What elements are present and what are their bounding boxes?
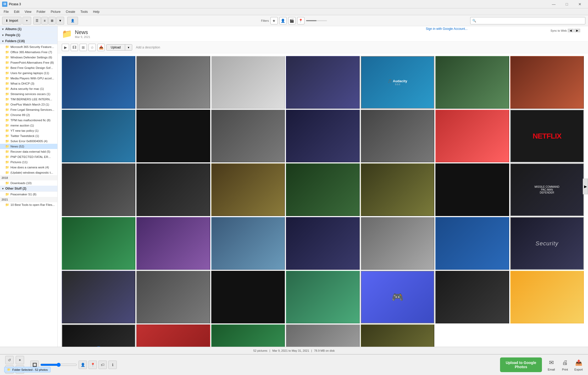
export-action[interactable]: 📤 Export	[574, 359, 583, 371]
menu-item-file[interactable]: File	[1, 9, 11, 14]
menu-item-tools[interactable]: Tools	[78, 9, 90, 14]
photo-thumb[interactable]	[211, 110, 285, 162]
photo-thumb[interactable]	[211, 163, 285, 216]
photo-thumb[interactable]	[286, 217, 359, 270]
photo-thumb[interactable]	[211, 324, 285, 347]
menu-item-folder[interactable]: Folder	[34, 9, 48, 14]
photo-thumb[interactable]	[286, 56, 359, 109]
photo-thumb[interactable]	[136, 324, 210, 347]
view-list-button[interactable]: ☰	[33, 17, 41, 25]
share-button[interactable]: 📤	[97, 44, 105, 51]
menu-item-picture[interactable]: Picture	[48, 9, 63, 14]
sidebar-folder-item[interactable]: 📁 TIM BERNERS LEE INTERN...	[0, 97, 57, 102]
photo-thumb[interactable]: 🎵 Audacity3.0.0	[361, 56, 434, 109]
browse-button[interactable]: 🎞	[71, 44, 78, 51]
photo-thumb[interactable]	[136, 217, 210, 270]
play-slideshow-button[interactable]: ▶	[62, 44, 69, 51]
photo-thumb[interactable]	[62, 163, 135, 216]
sidebar-folder-item[interactable]: 📁 OnePlus Watch March 23 (1)	[0, 102, 57, 107]
grid-view-button[interactable]: ⊞	[80, 44, 87, 51]
photo-thumb[interactable]	[136, 271, 210, 323]
sidebar-folder-item[interactable]: 📁 Avira security for mac (1)	[0, 86, 57, 91]
enhance-icon[interactable]: ✦	[16, 356, 24, 364]
zoom-slider[interactable]	[40, 363, 77, 367]
rotate-icon[interactable]: ↺	[5, 356, 14, 364]
add-description[interactable]: Add a description	[134, 45, 162, 50]
photo-thumb[interactable]	[435, 110, 509, 162]
photo-thumb[interactable]	[286, 271, 359, 323]
sidebar-folder-item[interactable]: 📁 Uses for gaming laptops (11)	[0, 70, 57, 76]
sidebar-albums-header[interactable]: ▼ Albums (1)	[0, 26, 57, 32]
photo-thumb[interactable]	[361, 163, 434, 216]
minimize-button[interactable]: —	[548, 1, 560, 7]
sync-back-button[interactable]: ◀	[568, 29, 574, 32]
sidebar-folder-item[interactable]: 📁 Media Players With GPU accel...	[0, 76, 57, 81]
right-scroll-arrow[interactable]: ▶	[583, 179, 588, 194]
sidebar-folder-item[interactable]: 📁 Free Legal Streaming Services...	[0, 107, 57, 112]
photo-thumb[interactable]	[211, 217, 285, 270]
menu-item-view[interactable]: View	[22, 9, 34, 14]
photo-thumb[interactable]	[136, 163, 210, 216]
sidebar-folder-item[interactable]: 📁 Streaming services oscars (1)	[0, 91, 57, 97]
photo-thumb[interactable]	[510, 271, 584, 323]
photo-thumb[interactable]	[286, 110, 359, 162]
photo-thumb[interactable]: Security	[510, 217, 584, 270]
photo-thumb[interactable]	[435, 163, 509, 216]
sidebar-folder-item[interactable]: 📁 meme auction (1)	[0, 123, 57, 128]
view-grid-button[interactable]: ⊞	[48, 17, 56, 25]
sidebar-folder-item[interactable]: 📁 News (52)	[0, 144, 57, 149]
upload-main-button[interactable]: Upload	[107, 45, 125, 50]
upload-google-button[interactable]: Upload to Google Photos	[500, 357, 542, 372]
sidebar-folder-item[interactable]: 📁 Windows Defender Settings (6)	[0, 55, 57, 60]
filter-star-button[interactable]: ★	[270, 17, 278, 24]
menu-item-create[interactable]: Create	[63, 9, 78, 14]
upload-dropdown-button[interactable]: ▼	[125, 45, 132, 50]
sidebar-folder-item[interactable]: 📁 PowerPoint Alternatives Free (8)	[0, 60, 57, 65]
sidebar-folder-item[interactable]: 📁 Recover data external hdd (5)	[0, 149, 57, 154]
photo-thumb[interactable]	[435, 217, 509, 270]
sidebar-folder-item[interactable]: 📁 Best Free Graphic Design Sof...	[0, 65, 57, 70]
photo-thumb[interactable]	[136, 56, 210, 109]
sidebar-folder-item[interactable]: 📁 TPM has malfucntioned fic (8)	[0, 118, 57, 123]
info-tool[interactable]: ℹ	[108, 361, 117, 369]
photo-thumb[interactable]	[62, 110, 135, 162]
filter-slider[interactable]	[306, 20, 327, 21]
sidebar-folder-item[interactable]: 📁 Twitter Tweetdeck (1)	[0, 133, 57, 139]
photo-thumb[interactable]	[361, 217, 434, 270]
sync-forward-button[interactable]: ▶	[574, 29, 580, 32]
star-button[interactable]: ☆	[88, 44, 96, 51]
sidebar-other-header[interactable]: ▼ Other Stuff (2)	[0, 186, 57, 191]
photo-thumb[interactable]	[62, 271, 135, 323]
sidebar-folder-item[interactable]: 📁 How does a camera work (4)	[0, 165, 57, 170]
sidebar-2021-item[interactable]: 📁10 Best Tools to open Rar Files...	[0, 202, 57, 207]
sidebar-folder-item[interactable]: 📁 Office 365 Alternatives Free (7)	[0, 49, 57, 55]
photo-thumb[interactable]	[286, 163, 359, 216]
sidebar-people-header[interactable]: ▼ People (1)	[0, 32, 57, 38]
import-button[interactable]: ⬇ Import	[2, 17, 21, 25]
menu-item-edit[interactable]: Edit	[11, 9, 22, 14]
photo-thumb[interactable]	[361, 324, 434, 347]
photo-thumb[interactable]: 🎮	[361, 271, 434, 323]
photo-thumb[interactable]	[211, 56, 285, 109]
sidebar-other-item[interactable]: 📁Peacemaker S1 (8)	[0, 192, 57, 197]
photo-thumb[interactable]	[211, 271, 285, 323]
tag-tool[interactable]: 🏷	[98, 361, 107, 369]
signin-link[interactable]: Sign in with Google Account...	[426, 27, 468, 31]
sidebar-folder-item[interactable]: 📁 What is DHCP (3)	[0, 81, 57, 86]
photo-thumb[interactable]	[136, 110, 210, 162]
filter-face-button[interactable]: 👤	[279, 17, 287, 24]
filter-geo-button[interactable]: 📍	[297, 17, 304, 24]
add-album-button[interactable]: +	[23, 17, 31, 25]
menu-item-help[interactable]: Help	[90, 9, 102, 14]
photo-thumb[interactable]	[286, 324, 359, 347]
close-button[interactable]: ✕	[574, 1, 586, 7]
facerec-button[interactable]: 👤	[67, 17, 78, 25]
sync-to-web[interactable]: Sync to Web ◀ ▶	[551, 29, 580, 32]
sidebar-folder-item[interactable]: 📁 Microsoft 365 Security Feature...	[0, 44, 57, 49]
photo-thumb[interactable]	[435, 56, 509, 109]
print-action[interactable]: 🖨 Print	[561, 359, 569, 371]
photo-thumb[interactable]: 🔵	[62, 324, 135, 347]
view-options-button[interactable]: ▼	[56, 17, 64, 25]
photo-thumb[interactable]: NETFLIX	[510, 110, 584, 162]
maximize-button[interactable]: □	[561, 1, 573, 7]
